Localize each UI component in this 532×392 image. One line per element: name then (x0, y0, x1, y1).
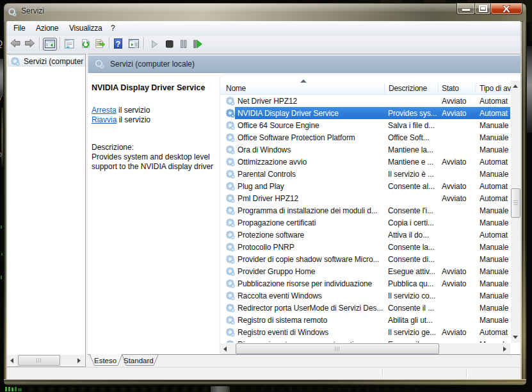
svg-text:?: ? (116, 40, 120, 49)
